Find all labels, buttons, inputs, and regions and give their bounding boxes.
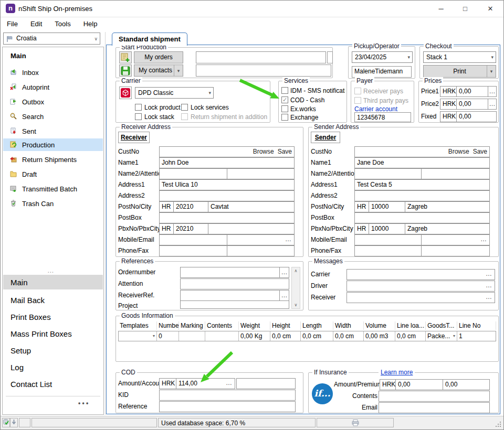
more-icon[interactable]: … [226,379,233,386]
nav-mass-print-boxes[interactable]: Mass Print Boxes [3,326,103,341]
receiver-fax-field[interactable] [227,245,295,256]
sender-fax-field[interactable] [421,245,490,256]
browse-link[interactable]: Browse [448,148,469,155]
sender-address2-field[interactable] [354,190,490,201]
goods-table-row[interactable]: ▾ 0 0,00 Kg 0,0 cm 0,0 cm 0,0 cm 0,00 m3… [118,331,496,341]
sidebar-item-autoprint[interactable]: Autoprint [3,81,103,93]
sidebar-more-button[interactable]: • • • [78,400,88,407]
project-field[interactable] [180,300,289,309]
more-icon[interactable]: … [486,293,492,300]
nav-setup[interactable]: Setup [3,343,103,358]
attention-field[interactable] [180,278,289,289]
sender-postbox-field[interactable] [354,212,490,223]
sidebar-item-search[interactable]: Search [3,110,103,123]
more-icon[interactable]: … [486,270,492,277]
resize-grip[interactable] [495,421,502,428]
sender-phone-field[interactable] [354,245,422,256]
receiver-pbx-city-field[interactable] [208,223,295,234]
nav-print-boxes[interactable]: Print Boxes [3,309,103,324]
order-lookup-button[interactable] [327,51,333,63]
browse-link[interactable]: Browse [253,148,274,155]
close-button[interactable]: ✕ [481,2,499,15]
message-receiver-field[interactable]: … [346,292,495,303]
lock-stack-checkbox[interactable] [135,113,142,120]
idm-sms-checkbox[interactable] [281,87,288,94]
sidebar-item-transmitted-batch[interactable]: Transmitted Batch [3,182,103,195]
cod-amount-field[interactable]: 114,00… [176,378,235,389]
receiver-attention-field[interactable] [227,168,295,179]
sidebar-item-sent[interactable]: Sent [3,125,103,137]
dropdown-icon[interactable]: ▾ [174,65,183,76]
references-scrollbar[interactable]: ∧ ∨ [291,267,300,309]
save-order-button[interactable] [119,64,132,77]
sender-email-field[interactable]: … [421,234,490,245]
new-order-button[interactable] [119,51,132,63]
message-driver-field[interactable]: … [346,281,495,292]
carrier-account-link[interactable]: Carrier account [354,105,397,113]
receiver-tab[interactable]: Receiver [118,132,150,143]
receiver-custno-field[interactable]: BrowseSave [159,146,295,157]
receiver-postbox-field[interactable] [159,212,295,223]
lock-services-checkbox[interactable] [181,104,188,111]
sender-pbx-country-field[interactable]: HR [354,223,369,234]
nav-contact-list[interactable]: Contact List [3,377,103,391]
save-link[interactable]: Save [278,148,292,155]
menu-file[interactable]: File [1,17,24,31]
receiver-postno-field[interactable]: 20210 [173,201,208,212]
receiver-address2-field[interactable] [159,190,295,201]
learn-more-link[interactable]: Learn more [379,369,415,376]
carrier-logo-button[interactable] [119,87,132,99]
menu-edit[interactable]: Edit [24,17,48,31]
receiver-name1-field[interactable]: John Doe [159,157,295,168]
sidebar-item-draft[interactable]: Draft [3,168,103,180]
sender-custno-field[interactable]: BrowseSave [354,146,490,157]
insurance-premium-field[interactable]: 0,00 [443,379,490,390]
pickup-date-select[interactable]: 23/04/2025 ▾ [352,51,413,63]
my-orders-button[interactable]: My orders [134,51,183,63]
receiver-name2-field[interactable] [159,168,227,179]
exchange-checkbox[interactable] [281,114,288,121]
more-icon[interactable]: … [285,235,292,243]
nav-main[interactable]: Main [3,275,103,289]
sender-attention-field[interactable] [421,168,490,179]
carrier-account-field[interactable]: 12345678 [354,112,411,122]
sender-pbx-postno-field[interactable]: 10000 [369,223,405,234]
tab-standard-shipment[interactable]: Standard shipment [112,33,187,46]
cod-account-field[interactable] [236,378,296,389]
carrier-product-select[interactable]: DPD Classic ▾ [135,87,214,99]
order-search-input[interactable] [196,51,326,63]
cod-reference-field[interactable] [159,401,296,412]
my-contacts-button[interactable]: My contacts ▾ [134,64,183,77]
sender-country-field[interactable]: HR [354,201,369,212]
maximize-button[interactable]: □ [456,2,474,15]
insurance-amount-field[interactable]: 0,00 [395,379,443,390]
operator-field[interactable]: MaleneTidemann [352,66,412,78]
sidebar-item-outbox[interactable]: Outbox [3,95,103,108]
minimize-button[interactable]: ─ [432,2,450,15]
insurance-contents-field[interactable] [379,391,490,402]
more-icon[interactable]: … [486,282,492,289]
nav-log[interactable]: Log [3,360,103,374]
sender-postno-field[interactable]: 10000 [369,201,405,212]
menu-help[interactable]: Help [77,17,104,31]
ordernumber-field[interactable] [180,267,280,278]
save-link[interactable]: Save [473,148,487,155]
sidebar-item-return-shipments[interactable]: Return Shipments [3,153,103,166]
sender-name2-field[interactable] [354,168,422,179]
price1-value[interactable]: 0,00 [456,86,488,97]
price1-more-button[interactable]: … [488,86,497,97]
receiver-country-field[interactable]: HR [159,201,174,212]
stack-select[interactable]: Stack 1 ▾ [423,51,496,63]
exworks-checkbox[interactable] [281,105,288,112]
sender-mobile-field[interactable] [354,234,422,245]
language-select[interactable]: Croatia ∨ [3,33,100,45]
cod-cash-checkbox[interactable]: ✓ [281,96,288,103]
receiver-address1-field[interactable]: Test Ulica 10 [159,179,295,190]
fixed-value[interactable]: 0,00 [456,111,497,122]
scroll-up-icon[interactable]: ∧ [292,268,300,273]
sender-pbx-city-field[interactable]: Zagreb [405,223,490,234]
sender-city-field[interactable]: Zagreb [405,201,490,212]
sender-tab[interactable]: Sender [311,132,340,143]
receiver-city-field[interactable]: Cavtat [208,201,295,212]
insurance-email-field[interactable] [379,402,490,413]
